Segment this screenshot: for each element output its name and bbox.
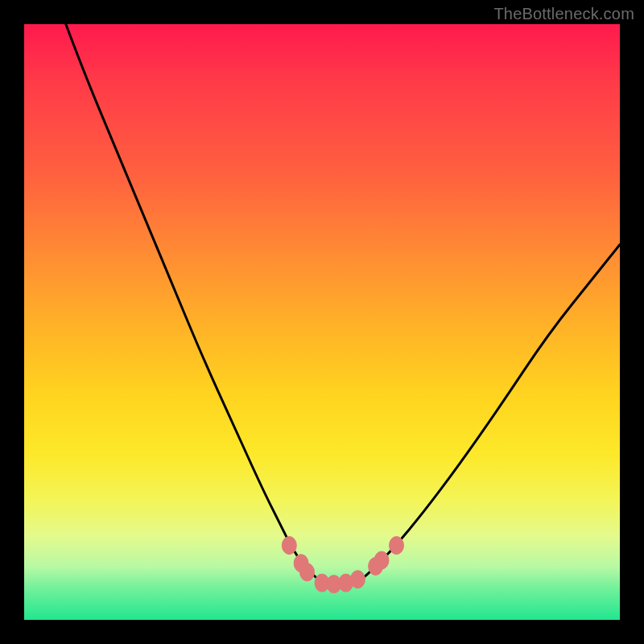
chart-frame: TheBottleneck.com xyxy=(0,0,644,644)
watermark-label: TheBottleneck.com xyxy=(493,5,634,23)
marker-dot xyxy=(390,537,404,555)
marker-dot xyxy=(350,571,365,588)
marker-dot xyxy=(300,564,315,581)
marker-dot xyxy=(282,537,296,555)
bottleneck-curve xyxy=(66,24,620,584)
markers-group xyxy=(282,537,403,593)
curve-svg xyxy=(24,24,620,620)
plot-area xyxy=(24,24,620,620)
marker-dot xyxy=(374,551,389,569)
